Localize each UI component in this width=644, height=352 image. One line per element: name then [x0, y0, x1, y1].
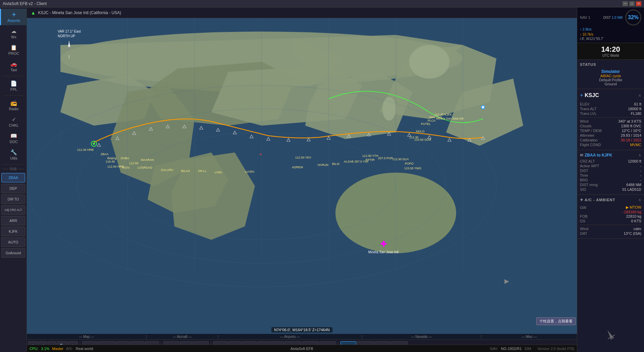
svg-text:Beijing: Beijing [107, 157, 116, 160]
dist-rmng-value: 6488 NM [626, 183, 641, 187]
fp-header: ✉ ZBAA to KJFK ∧ [580, 151, 641, 159]
calibration-value: 30.18 / 1022 [621, 138, 641, 142]
brg-label: BRG [580, 178, 588, 182]
svg-text:116.40: 116.40 [106, 160, 115, 163]
active-wpt-value: - [640, 164, 641, 168]
fob-value: 22810 kg [626, 214, 641, 218]
sidebar-item-taxi[interactable]: 🚗 Taxi [0, 58, 26, 75]
section-aircraft: — Aircraft — [147, 335, 218, 339]
sim-label: SIM: [524, 347, 532, 351]
kjfk-button[interactable]: KJFK [1, 227, 25, 236]
breadcrumb-bar: ▲ KSJC - Mineta San Jose Intl (Californi… [27, 7, 577, 18]
svg-text:112.30 HRB: 112.30 HRB [77, 148, 94, 151]
svg-text:EPTIR: EPTIR [366, 158, 375, 162]
sidebar-item-airports-label: Airports [7, 18, 20, 23]
svg-text:115.50 SCM: 115.50 SCM [414, 138, 431, 141]
chinese-popup[interactable]: 个性设置，点我看看 [536, 317, 576, 325]
sidebar-item-fpl[interactable]: 📄 FPL [0, 78, 26, 94]
dep-button[interactable]: DEP [1, 184, 25, 193]
map-svg[interactable]: ✚ Mineta San Jose Intl + 112.30 HRB ZBAA… [27, 18, 577, 339]
trans-alt-value: 18000 ft [628, 107, 641, 111]
cpu-label: CPU: [30, 347, 38, 351]
svg-text:ZBAA: ZBAA [101, 152, 109, 156]
svg-text:PLCA: PLCA [428, 119, 436, 122]
ac-chevron[interactable]: ∧ [638, 197, 641, 202]
sidebar-item-doc[interactable]: 📖 DOC [0, 130, 26, 146]
close-button[interactable]: ✕ [636, 1, 641, 6]
fp-chevron[interactable]: ∧ [638, 153, 641, 158]
calibration-row: Calibration 30.18 / 1022 [580, 138, 641, 142]
sidebar-item-radio[interactable]: 📻 Radio [0, 97, 26, 114]
map-area[interactable]: ▲ KSJC - Mineta San Jose Intl (Californi… [27, 7, 577, 352]
dist-rmng-row: DIST rmng 6488 NM [580, 182, 641, 187]
nav-speeds: ↑ 2.9k/s ↓ 10.7k/s [580, 27, 641, 37]
fob-label: FOB [580, 214, 588, 218]
svg-text:DABU: DABU [121, 157, 129, 160]
flight-cond-value: MVMC [630, 143, 641, 147]
dist-label: DIST 1.0 NM [603, 16, 623, 19]
sidebar-item-proc[interactable]: 📋 PROC [0, 42, 26, 58]
auto-button[interactable]: AUTO [1, 237, 25, 247]
go-around-button[interactable]: GoAround [1, 248, 25, 258]
svg-text:HARUN: HARUN [318, 163, 328, 167]
adj-crz-alt-button[interactable]: Adj CRZ ALT [1, 205, 25, 215]
elev-value: 61 ft [634, 102, 641, 106]
wind-value: 340° at 3 KTS [618, 119, 641, 123]
sidebar-item-wx[interactable]: ☁ Wx [0, 25, 26, 42]
app-name: AivlaSoft EFB [290, 347, 313, 351]
airport-section-header: ✈ KSJC ∧ [580, 90, 641, 100]
map-var-info: VAR 17.1° East NORTH UP [58, 29, 81, 39]
section-map: — Map — [27, 335, 147, 339]
taxi-icon: 🚗 [10, 61, 17, 67]
sidebar-divider-3 [3, 164, 24, 165]
airport-icon: ✈ [12, 11, 16, 18]
gw-label: GW [580, 206, 586, 210]
map-cross-marker: + [259, 151, 262, 157]
fp-time-value: - [640, 173, 641, 177]
svg-text:POPO: POPO [405, 162, 414, 165]
utc-time: 14:20 [580, 45, 641, 54]
altimeter-value: 29.93 / 1014 [621, 133, 641, 137]
zbaa-button[interactable]: ZBAA [1, 173, 25, 182]
dir-to-button[interactable]: DIR TO [1, 194, 25, 204]
flight-plan-section: ✉ ZBAA to KJFK ∧ CRZ ALT 12000 ft Active… [577, 150, 644, 195]
ac-wind-label: Wind [580, 227, 588, 231]
temp-dew-row: TEMP / DEW 12°C / 10°C [580, 128, 641, 133]
svg-point-10 [382, 97, 396, 121]
arr-button[interactable]: ARR [1, 216, 25, 225]
trans-lvl-label: Trans LVL [580, 112, 597, 116]
wind-row: Wind 340° at 3 KTS [580, 119, 641, 124]
aircraft-svg [594, 322, 628, 349]
maximize-button[interactable]: □ [629, 1, 635, 6]
scroll-indicator[interactable]: ▶ [504, 277, 509, 285]
oat-label: OAT [580, 231, 587, 235]
airac-label: AIRAC cycle [580, 74, 641, 78]
sidebar-item-utils[interactable]: 🔧 Utils [0, 146, 26, 163]
right-panel: NAV 1 DIST 1.0 NM 32% ↑ 2.9k/s ↓ 10.7k/s [577, 7, 644, 352]
ac-section-title: A/C - Ambient [585, 198, 615, 202]
fp-dist-value: - [640, 169, 641, 173]
breadcrumb-text: KSJC - Mineta San Jose Intl (California … [38, 10, 121, 15]
wx-label: WX: [66, 347, 73, 351]
svg-text:Mineta San Jose Intl: Mineta San Jose Intl [436, 117, 464, 120]
sidebar-item-chkl[interactable]: ✓ CHKL [0, 114, 26, 130]
sidebar-item-taxi-label: Taxi [10, 68, 17, 72]
active-wpt-label: Active WPT [580, 164, 599, 168]
sidebar-item-proc-label: PROC [8, 51, 19, 55]
fp-dist-label: DIST [580, 169, 588, 173]
ground-label: Ground [580, 82, 641, 86]
profile-label: Default Profile [580, 78, 641, 82]
airport-chevron[interactable]: ∧ [638, 93, 641, 98]
svg-text:ALSAB 287.0 YSF: ALSAB 287.0 YSF [344, 160, 369, 163]
status-section-header: STATUS [580, 61, 641, 68]
flight-cond-row: Flight COND MVMC [580, 142, 641, 147]
minimize-button[interactable]: ─ [623, 1, 628, 6]
ac-section-header: ✈ A/C - Ambient ∧ [580, 196, 641, 204]
sidebar-item-airports[interactable]: ✈ Airports [0, 9, 26, 25]
svg-text:NGLO: NGLO [416, 130, 425, 133]
svg-text:207.0 POR: 207.0 POR [378, 157, 393, 160]
fp-time-row: Time - [580, 173, 641, 178]
svg-text:ON LL: ON LL [198, 169, 207, 173]
time-section: 14:20 UTC World [577, 43, 644, 60]
svg-text:LOSRGAD: LOSRGAD [138, 166, 153, 169]
